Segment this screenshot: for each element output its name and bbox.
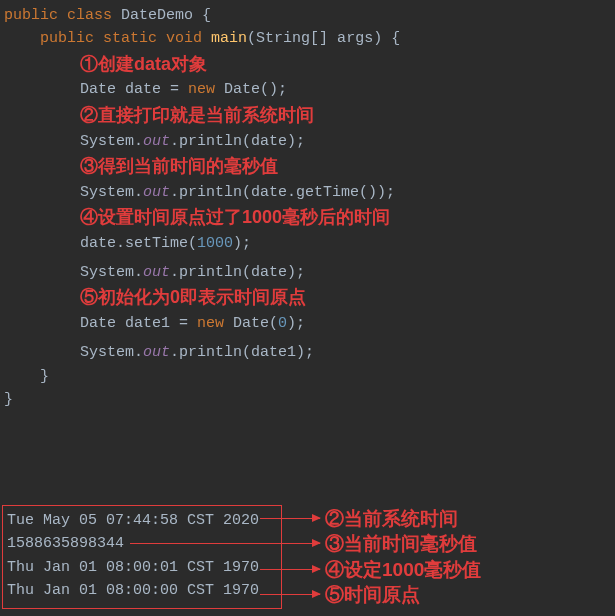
arrow-1 — [260, 518, 320, 519]
arrow-3 — [260, 569, 320, 570]
code-block: public class DateDemo { public static vo… — [0, 0, 615, 415]
comment-3: ③得到当前时间的毫秒值 — [4, 153, 611, 181]
output-box: Tue May 05 07:44:58 CST 2020 15886358983… — [2, 505, 282, 609]
code-line: System.out.println(date); — [4, 261, 611, 284]
code-line: } — [4, 365, 611, 388]
code-line: date.setTime(1000); — [4, 232, 611, 255]
code-line: public static void main(String[] args) { — [4, 27, 611, 50]
annotation-2: ③当前时间毫秒值 — [325, 531, 477, 557]
annotation-4: ⑤时间原点 — [325, 582, 420, 608]
code-line: Date date1 = new Date(0); — [4, 312, 611, 335]
output-line-3: Thu Jan 01 08:00:01 CST 1970 — [7, 556, 277, 579]
code-line: public class DateDemo { — [4, 4, 611, 27]
code-line: System.out.println(date.getTime()); — [4, 181, 611, 204]
code-line: System.out.println(date); — [4, 130, 611, 153]
arrow-2 — [130, 543, 320, 544]
code-line: } — [4, 388, 611, 411]
arrow-4 — [260, 594, 320, 595]
comment-2: ②直接打印就是当前系统时间 — [4, 102, 611, 130]
comment-1: ①创建data对象 — [4, 51, 611, 79]
comment-5: ⑤初始化为0即表示时间原点 — [4, 284, 611, 312]
output-line-4: Thu Jan 01 08:00:00 CST 1970 — [7, 579, 277, 602]
code-line: System.out.println(date1); — [4, 341, 611, 364]
output-line-1: Tue May 05 07:44:58 CST 2020 — [7, 509, 277, 532]
comment-4: ④设置时间原点过了1000毫秒后的时间 — [4, 204, 611, 232]
annotation-1: ②当前系统时间 — [325, 506, 458, 532]
code-line: Date date = new Date(); — [4, 78, 611, 101]
annotation-3: ④设定1000毫秒值 — [325, 557, 481, 583]
